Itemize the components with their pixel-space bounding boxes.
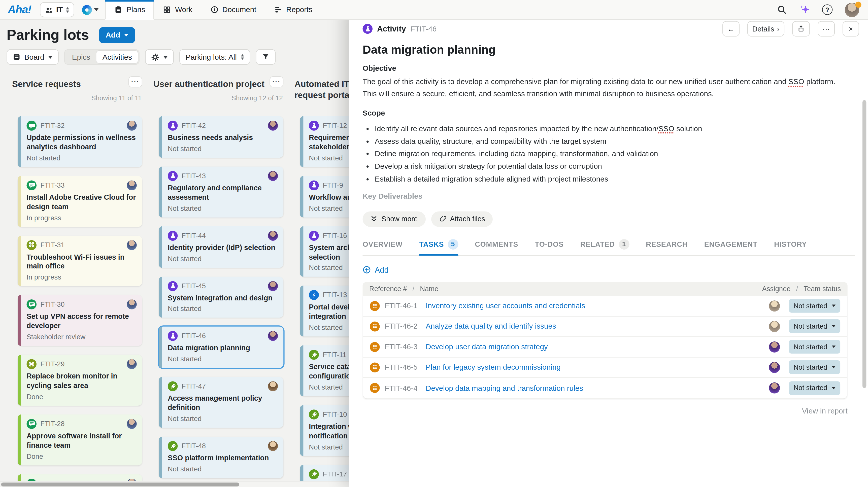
drawer-tab[interactable]: COMMENTS — [475, 239, 518, 255]
funnel-icon — [262, 53, 270, 61]
toggle-epics[interactable]: Epics — [66, 51, 96, 63]
team-status-dropdown[interactable]: Not started — [789, 340, 840, 354]
board-card[interactable]: ⌘ FTIT-42 Business needs analysis Not st… — [159, 116, 283, 158]
card-title: Business needs analysis — [168, 133, 278, 143]
avatar — [127, 121, 137, 131]
chevron-down-icon — [124, 34, 128, 36]
board-card[interactable]: ⌘ FTIT-31 Troubleshoot Wi-Fi issues in m… — [18, 235, 142, 286]
column-header-team-status: Team status — [804, 285, 841, 293]
ai-sparkle-icon[interactable] — [799, 4, 810, 15]
board-card[interactable]: ⌘ FTIT-29 Replace broken monitor in cycl… — [18, 355, 142, 406]
avatar — [127, 359, 137, 369]
team-status-dropdown[interactable]: Not started — [789, 381, 840, 395]
user-avatar[interactable] — [845, 2, 859, 17]
task-row[interactable]: FTIT-46-2 Analyze data quality and ident… — [363, 317, 847, 337]
plans-icon — [114, 5, 123, 14]
tasks-table: Reference # / Name Assignee / Team statu… — [363, 282, 847, 399]
scope-heading: Scope — [363, 109, 855, 117]
toggle-activities[interactable]: Activities — [96, 51, 138, 63]
column-more-button[interactable]: ··· — [128, 76, 142, 87]
board-card[interactable]: ⌘ FTIT-32 Update permissions in wellness… — [18, 116, 142, 167]
board-card[interactable]: ⌘ FTIT-45 System integration and design … — [159, 277, 283, 318]
board-card[interactable]: ⌘ FTIT-46 Data migration planning Not st… — [159, 327, 283, 368]
show-more-button[interactable]: Show more — [363, 211, 426, 227]
search-icon[interactable] — [777, 5, 787, 14]
tab-label: COMMENTS — [475, 240, 518, 248]
board-card[interactable]: ⌘ FTIT-47 Access management policy defin… — [159, 377, 283, 428]
more-options-button[interactable]: ⋯ — [817, 21, 835, 37]
board-card[interactable]: ⌘ FTIT-30 Set up VPN access for remote d… — [18, 295, 142, 346]
task-name-link[interactable]: Analyze data quality and identify issues — [426, 322, 556, 331]
drawer-scrollbar-thumb[interactable] — [863, 100, 866, 388]
add-task-button[interactable]: Add — [363, 265, 401, 274]
record-type-icon: ⌘ — [309, 231, 319, 241]
drawer-tab[interactable]: TO-DOS — [535, 239, 564, 255]
sso-spellcheck: SSO — [658, 124, 674, 133]
filter-button[interactable] — [255, 50, 275, 65]
scrollbar-thumb[interactable] — [1, 483, 239, 486]
team-status-dropdown[interactable]: Not started — [789, 299, 840, 313]
task-name-link[interactable]: Develop user data migration strategy — [426, 343, 548, 351]
record-type-icon: ⌘ — [168, 171, 178, 181]
chevron-down-icon — [832, 387, 835, 389]
task-row[interactable]: FTIT-46-5 Plan for legacy system decommi… — [363, 357, 847, 378]
assignee-avatar — [769, 321, 780, 332]
tab-label: RELATED — [580, 240, 615, 248]
board-card[interactable]: ⌘ FTIT-28 Approve software install for f… — [18, 415, 142, 465]
scope-list: Identify all relevant data sources and r… — [375, 124, 855, 184]
nav-tab-plans[interactable]: Plans — [105, 0, 154, 20]
drawer-tab[interactable]: ENGAGEMENT — [704, 239, 757, 255]
nav-tab-work[interactable]: Work — [154, 0, 201, 20]
view-in-report-link[interactable]: View in report — [363, 407, 847, 415]
task-name-link[interactable]: Develop data mapping and transformation … — [426, 384, 583, 392]
drawer-tab[interactable]: RESEARCH — [646, 239, 688, 255]
card-title: Approve software install for finance tea… — [26, 432, 136, 450]
close-button[interactable]: × — [842, 21, 859, 37]
drawer-tab[interactable]: RELATED 1 — [580, 239, 629, 255]
product-switcher[interactable] — [82, 5, 99, 15]
card-title: Replace broken monitor in cycling sales … — [26, 372, 136, 391]
help-icon[interactable]: ? — [822, 4, 833, 15]
attach-files-button[interactable]: Attach files — [431, 211, 493, 227]
task-row[interactable]: FTIT-46-4 Develop data mapping and trans… — [363, 378, 847, 398]
tab-label: OVERVIEW — [363, 240, 403, 248]
back-button[interactable]: ← — [722, 21, 740, 37]
drawer-tab[interactable]: TASKS 5 — [419, 239, 458, 255]
settings-button[interactable] — [145, 50, 174, 65]
column-more-button[interactable]: ··· — [270, 76, 283, 87]
assignee-avatar — [769, 362, 780, 373]
team-status-dropdown[interactable]: Not started — [789, 320, 840, 333]
key-deliverables-heading: Key Deliverables — [363, 192, 855, 200]
top-nav: Aha! IT Plans Work Document — [0, 0, 868, 20]
add-button[interactable]: Add — [99, 27, 135, 43]
nav-tab-reports[interactable]: Reports — [265, 0, 321, 20]
share-button[interactable] — [792, 21, 810, 37]
task-name-link[interactable]: Plan for legacy system decommissioning — [426, 363, 561, 371]
task-row[interactable]: FTIT-46-1 Inventory existing user accoun… — [363, 296, 847, 316]
drawer-tab[interactable]: HISTORY — [774, 239, 807, 255]
horizontal-scrollbar[interactable] — [0, 481, 349, 487]
avatar — [268, 171, 278, 181]
scope-item: Develop a risk mitigation strategy for p… — [375, 162, 855, 171]
nav-tab-label: Work — [175, 5, 192, 14]
board-card[interactable]: ⌘ FTIT-33 Install Adobe Creative Cloud f… — [18, 176, 142, 227]
board-card[interactable]: ⌘ FTIT-44 Identity provider (IdP) select… — [159, 226, 283, 268]
drawer-tab[interactable]: OVERVIEW — [363, 239, 403, 255]
board-card[interactable]: ⌘ FTIT-43 Regulatory and compliance asse… — [159, 166, 283, 217]
team-status-dropdown[interactable]: Not started — [789, 360, 840, 374]
avatar — [268, 382, 278, 392]
nav-tab-document[interactable]: Document — [201, 0, 265, 20]
activity-detail-drawer: Activity FTIT-46 ← Details› ⋯ × Data mig… — [349, 6, 868, 487]
parking-lots-filter-select[interactable]: Parking lots: All — [180, 50, 250, 65]
nav-tab-label: Plans — [126, 5, 145, 14]
record-type-icon: ⌘ — [26, 240, 36, 250]
details-button[interactable]: Details› — [747, 21, 784, 37]
task-row[interactable]: FTIT-46-3 Develop user data migration st… — [363, 337, 847, 357]
chevron-down-icon — [832, 305, 835, 307]
board-view-button[interactable]: Board — [6, 50, 59, 65]
board-card[interactable]: ⌘ FTIT-48 SSO platform implementation No… — [159, 436, 283, 478]
task-name-link[interactable]: Inventory existing user accounts and cre… — [426, 302, 585, 310]
workspace-selector[interactable]: IT — [40, 2, 74, 17]
card-ref: FTIT-31 — [40, 241, 123, 249]
chevron-down-icon — [94, 8, 99, 11]
